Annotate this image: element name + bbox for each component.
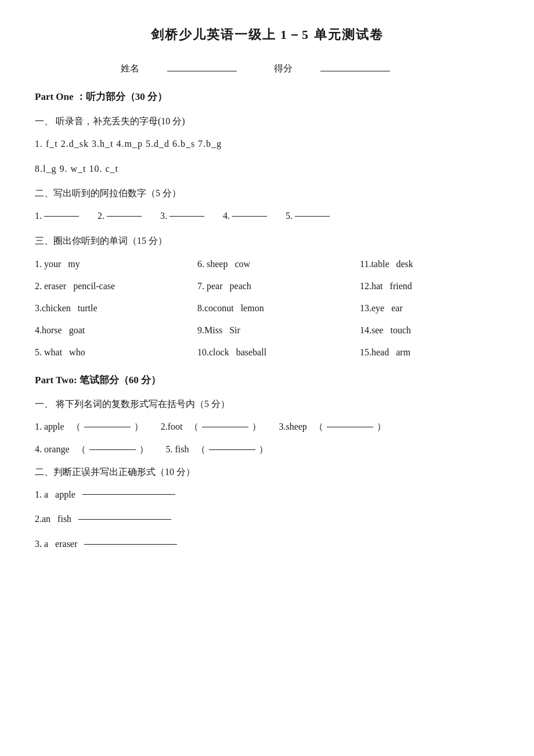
circle-col1-5: 5. what who <box>35 344 197 361</box>
plural-paren-1: （ <box>71 419 81 435</box>
correction-text-3: 3. a eraser <box>35 536 77 553</box>
plural-item-1: 1. apple （ ） <box>35 419 143 435</box>
plural-paren-3-close: ） <box>377 419 386 435</box>
circle-row-4: 4.horse goat 9.Miss Sir 14.see touch <box>35 322 499 340</box>
fill-row-1: 1. f_t 2.d_sk 3.h_t 4.m_p 5.d_d 6.b_s 7.… <box>35 136 499 153</box>
correction-text-1: 1. a apple <box>35 487 75 503</box>
plural-blank-1 <box>84 427 131 427</box>
plural-row-2: 4. orange （ ） 5. fish （ ） <box>35 441 499 458</box>
number-blank-4 <box>232 216 267 217</box>
plural-row-1: 1. apple （ ） 2.foot （ ） 3.sheep （ ） <box>35 419 499 435</box>
circle-col2-5: 10.clock baseball <box>197 344 360 361</box>
part2-section2-header: 二、判断正误并写出正确形式（10 分） <box>35 464 499 481</box>
plural-paren-4: （ <box>77 441 86 458</box>
number-label-1: 1. <box>35 208 42 225</box>
page-title: 剑桥少儿英语一级上 1－5 单元测试卷 <box>35 23 499 46</box>
number-item-4: 4. <box>223 208 267 225</box>
section2-header: 二、写出听到的阿拉伯数字（5 分） <box>35 185 499 202</box>
plural-blank-4 <box>89 449 136 450</box>
circle-col3-1: 11.table desk <box>360 256 476 273</box>
circle-col3-3: 13.eye ear <box>360 300 476 317</box>
circle-col2-4: 9.Miss Sir <box>197 322 360 339</box>
circle-col1-1: 1. your my <box>35 256 197 273</box>
plural-blank-3 <box>327 427 373 427</box>
section1-header: 一、 听录音，补充丢失的字母(10 分) <box>35 113 499 130</box>
number-item-1: 1. <box>35 208 79 225</box>
correction-blank-1 <box>82 494 175 495</box>
correction-text-2: 2.an fish <box>35 511 71 528</box>
correction-row-3: 3. a eraser <box>35 536 499 553</box>
circle-col2-1: 6. sheep cow <box>197 256 360 273</box>
number-blank-3 <box>169 216 204 217</box>
plural-paren-3: （ <box>314 419 323 435</box>
student-info: 姓名 得分 <box>35 60 499 77</box>
plural-paren-5: （ <box>196 441 205 458</box>
score-label: 得分 <box>274 63 293 73</box>
plural-blank-2 <box>202 427 248 427</box>
plural-word-1: 1. apple <box>35 419 64 435</box>
circle-col3-5: 15.head arm <box>360 344 476 361</box>
correction-blank-3 <box>84 544 177 545</box>
plural-item-4: 4. orange （ ） <box>35 441 149 458</box>
number-item-2: 2. <box>98 208 142 225</box>
circle-row-5: 5. what who 10.clock baseball 15.head ar… <box>35 344 499 362</box>
number-blank-5 <box>295 216 330 217</box>
circle-words-container: 1. your my 6. sheep cow 11.table desk 2.… <box>35 255 499 362</box>
number-label-2: 2. <box>98 208 104 225</box>
circle-col1-4: 4.horse goat <box>35 322 197 339</box>
plural-word-2: 2.foot <box>161 419 183 435</box>
plural-item-3: 3.sheep （ ） <box>279 419 385 435</box>
correction-blank-2 <box>78 519 171 520</box>
name-blank <box>167 71 237 71</box>
plural-paren-1-close: ） <box>134 419 143 435</box>
part2-section1-header: 一、 将下列名词的复数形式写在括号内（5 分） <box>35 396 499 413</box>
name-label: 姓名 <box>121 63 139 73</box>
correction-row-2: 2.an fish <box>35 511 499 528</box>
circle-col2-2: 7. pear peach <box>197 278 360 295</box>
plural-item-5: 5. fish （ ） <box>166 441 268 458</box>
score-blank <box>320 71 390 71</box>
number-blank-2 <box>107 216 142 217</box>
fill-row-2: 8.l_g 9. w_t 10. c_t <box>35 161 499 178</box>
plural-word-3: 3.sheep <box>279 419 306 435</box>
number-item-3: 3. <box>160 208 204 225</box>
plural-word-4: 4. orange <box>35 441 70 458</box>
circle-row-2: 2. eraser pencil-case 7. pear peach 12.h… <box>35 278 499 296</box>
plural-paren-4-close: ） <box>139 441 149 458</box>
circle-col2-3: 8.coconut lemon <box>197 300 360 317</box>
part-two-header: Part Two: 笔试部分（60 分） <box>35 372 499 390</box>
number-label-5: 5. <box>286 208 293 225</box>
plural-paren-5-close: ） <box>259 441 268 458</box>
part-one-header: Part One ：听力部分（30 分） <box>35 88 499 106</box>
correction-row-1: 1. a apple <box>35 487 499 503</box>
plural-word-5: 5. fish <box>166 441 189 458</box>
circle-col3-4: 14.see touch <box>360 322 476 339</box>
number-blank-1 <box>44 216 79 217</box>
number-item-5: 5. <box>286 208 330 225</box>
number-label-3: 3. <box>160 208 167 225</box>
plural-paren-2: （ <box>189 419 199 435</box>
circle-col1-2: 2. eraser pencil-case <box>35 278 197 295</box>
circle-row-1: 1. your my 6. sheep cow 11.table desk <box>35 255 499 274</box>
circle-col1-3: 3.chicken turtle <box>35 300 197 317</box>
circle-col3-2: 12.hat friend <box>360 278 476 295</box>
number-label-4: 4. <box>223 208 230 225</box>
circle-row-3: 3.chicken turtle 8.coconut lemon 13.eye … <box>35 300 499 318</box>
plural-paren-2-close: ） <box>252 419 261 435</box>
plural-blank-5 <box>209 449 255 450</box>
number-blanks-row: 1. 2. 3. 4. 5. <box>35 208 499 225</box>
plural-item-2: 2.foot （ ） <box>161 419 262 435</box>
section3-header: 三、圈出你听到的单词（15 分） <box>35 233 499 250</box>
